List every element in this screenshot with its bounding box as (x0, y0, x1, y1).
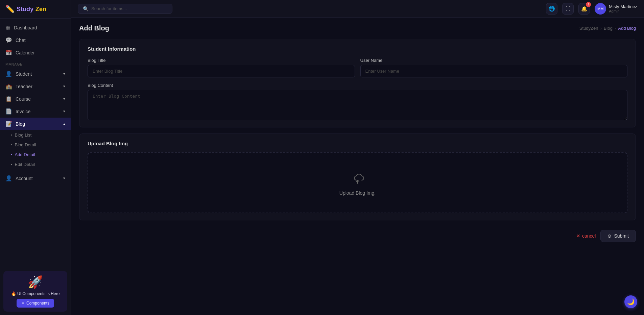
sidebar-label-calendar: Calender (16, 50, 35, 55)
chevron-up-icon: ▴ (63, 122, 65, 126)
sidebar-label-invoice: Invoice (16, 109, 30, 114)
user-name: Misty Martinez (609, 4, 637, 9)
logo-icon: ✏️ (5, 5, 15, 14)
student-icon: 👤 (5, 71, 12, 77)
upload-label: Upload Blog Img. (339, 190, 376, 196)
sidebar-item-add-detail[interactable]: Add Detail (0, 150, 71, 160)
user-name-label: User Name (360, 58, 628, 63)
breadcrumb-sep-1: › (600, 26, 602, 31)
notification-button[interactable]: 🔔 2 (578, 3, 590, 15)
form-actions: ✕ cancel ⊙ Submit (79, 226, 636, 242)
translate-icon: 🌐 (549, 6, 555, 12)
promo-box: 🚀 🔥 UI Components Is Here ✦ Components (3, 271, 67, 312)
course-icon: 📋 (5, 96, 12, 102)
fullscreen-button[interactable]: ⛶ (562, 3, 574, 15)
logo[interactable]: ✏️ StudyZen (0, 0, 71, 19)
fullscreen-icon: ⛶ (566, 6, 571, 11)
blog-content-group: Blog Content (88, 83, 627, 120)
user-name-input[interactable] (360, 65, 628, 77)
sidebar-item-invoice[interactable]: 📄 Invoice ▾ (0, 105, 71, 118)
user-details: Misty Martinez Admin (609, 4, 637, 13)
card-title-student-info: Student Information (88, 46, 627, 52)
submit-label: Submit (614, 233, 629, 239)
dashboard-icon: ▦ (5, 24, 10, 31)
chevron-down-icon: ▾ (63, 97, 65, 101)
translate-button[interactable]: 🌐 (546, 3, 557, 15)
edit-detail-label: Edit Detail (15, 162, 35, 167)
blog-content-label: Blog Content (88, 83, 627, 88)
components-button[interactable]: ✦ Components (17, 299, 54, 308)
logo-study: Study (17, 6, 33, 13)
blog-icon: 📝 (5, 121, 12, 127)
sidebar-label-student: Student (16, 71, 32, 77)
blog-title-group: Blog Title (88, 58, 355, 77)
page-header: Add Blog StudyZen › Blog › Add Blog (79, 24, 636, 32)
topbar-right: 🌐 ⛶ 🔔 2 MM Misty Martinez Admin (546, 3, 637, 15)
blog-detail-label: Blog Detail (15, 142, 36, 147)
breadcrumb-studyzen: StudyZen (579, 26, 598, 31)
chevron-down-icon: ▾ (63, 72, 65, 76)
notification-badge: 2 (586, 2, 591, 7)
account-icon: 👤 (5, 175, 12, 181)
logo-zen: Zen (35, 6, 46, 13)
sidebar-item-account[interactable]: 👤 Account ▾ (0, 172, 71, 185)
sidebar-label-chat: Chat (16, 38, 26, 43)
sidebar-item-teacher[interactable]: 🏫 Teacher ▾ (0, 80, 71, 93)
sidebar-item-dashboard[interactable]: ▦ Dashboard (0, 21, 71, 34)
user-profile[interactable]: MM Misty Martinez Admin (595, 3, 637, 15)
sidebar-item-course[interactable]: 📋 Course ▾ (0, 93, 71, 105)
blog-title-input[interactable] (88, 65, 355, 77)
upload-card: Upload Blog Img Upload Blog Img. (79, 134, 636, 220)
sidebar-label-dashboard: Dashboard (14, 25, 37, 30)
breadcrumb-blog: Blog (604, 26, 613, 31)
card-title-upload: Upload Blog Img (88, 141, 627, 146)
manage-section-label: Manage (0, 59, 71, 68)
cancel-button[interactable]: ✕ cancel (576, 233, 596, 239)
sidebar-label-blog: Blog (16, 121, 25, 127)
search-box[interactable]: 🔍 (78, 4, 172, 14)
promo-emoji: 🚀 (7, 275, 63, 289)
sidebar-label-account: Account (16, 176, 33, 181)
chevron-down-icon: ▾ (63, 84, 65, 89)
sidebar-item-edit-detail[interactable]: Edit Detail (0, 160, 71, 169)
submit-icon: ⊙ (607, 233, 612, 239)
blog-list-label: Blog List (15, 132, 32, 138)
add-detail-label: Add Detail (15, 152, 35, 157)
sidebar-navigation: ▦ Dashboard 💬 Chat 📅 Calender Manage 👤 S… (0, 19, 71, 268)
calendar-icon: 📅 (5, 49, 12, 56)
main-area: 🔍 🌐 ⛶ 🔔 2 MM Misty Martinez Admin (71, 0, 644, 315)
form-row-title-username: Blog Title User Name (88, 58, 627, 77)
chevron-down-icon: ▾ (63, 176, 65, 180)
sidebar-item-chat[interactable]: 💬 Chat (0, 34, 71, 46)
upload-zone[interactable]: Upload Blog Img. (88, 152, 627, 213)
sidebar-label-course: Course (16, 96, 31, 102)
chevron-down-icon: ▾ (63, 109, 65, 114)
breadcrumb: StudyZen › Blog › Add Blog (579, 26, 636, 31)
user-name-group: User Name (360, 58, 628, 77)
student-info-card: Student Information Blog Title User Name… (79, 39, 636, 127)
components-label: Components (26, 301, 49, 306)
sidebar-item-calendar[interactable]: 📅 Calender (0, 46, 71, 59)
sidebar-item-student[interactable]: 👤 Student ▾ (0, 68, 71, 80)
user-role: Admin (609, 9, 637, 13)
moon-icon: 🌙 (627, 298, 635, 306)
avatar: MM (595, 3, 606, 15)
search-input[interactable] (91, 6, 167, 11)
cancel-icon: ✕ (576, 233, 580, 239)
upload-cloud-icon (350, 170, 366, 186)
sidebar-item-blog-list[interactable]: Blog List (0, 130, 71, 140)
sidebar-item-blog-detail[interactable]: Blog Detail (0, 140, 71, 150)
breadcrumb-add-blog: Add Blog (618, 26, 636, 31)
blog-content-textarea[interactable] (88, 90, 627, 120)
breadcrumb-sep-2: › (615, 26, 616, 31)
dark-mode-toggle[interactable]: 🌙 (624, 295, 637, 308)
sidebar-item-blog[interactable]: 📝 Blog ▴ (0, 118, 71, 130)
content-area: Add Blog StudyZen › Blog › Add Blog Stud… (71, 18, 644, 315)
chat-icon: 💬 (5, 37, 12, 43)
sidebar: ✏️ StudyZen ▦ Dashboard 💬 Chat 📅 Calende… (0, 0, 71, 315)
submit-button[interactable]: ⊙ Submit (600, 230, 636, 242)
components-icon: ✦ (21, 301, 25, 306)
sidebar-label-teacher: Teacher (16, 84, 32, 89)
page-title: Add Blog (79, 24, 109, 32)
blog-title-label: Blog Title (88, 58, 355, 63)
